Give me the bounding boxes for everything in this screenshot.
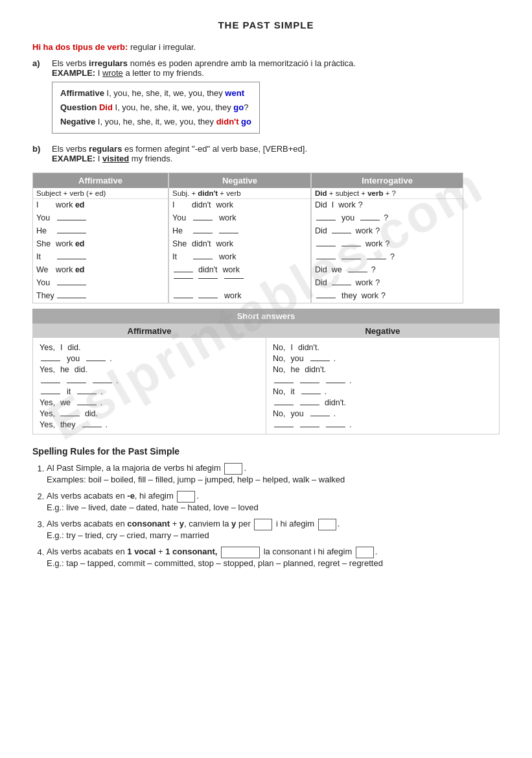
int-blank-3b [341, 246, 361, 246]
spell-box-2 [177, 491, 195, 503]
aff-row-4: It [33, 251, 168, 264]
box-line3: Negative I, you, he, she, it, we, you, t… [60, 115, 251, 129]
interrogative-subheader: Did + subject + verb + ? [312, 188, 463, 199]
short-neg-header: Negative [266, 324, 499, 338]
int-row-5: Didwe? [312, 264, 463, 277]
int-verb-7: work [362, 291, 378, 300]
negative-header: Negative [169, 173, 310, 188]
neg-blank-6b [198, 278, 218, 279]
short-aff-col: Affirmative Yes,Idid. you. Yes,hedid. . … [33, 324, 266, 434]
neg-blank-2a [193, 233, 213, 233]
short-answers-cols: Affirmative Yes,Idid. you. Yes,hedid. . … [33, 324, 499, 434]
int-verb-6: work [356, 278, 373, 287]
neg-row-0: Ididn'twork [169, 199, 310, 212]
neg-verb-3: work [216, 239, 233, 248]
int-verb-3: work [365, 239, 382, 248]
aff-subj-5: We [36, 265, 54, 274]
negative-subheader: Subj. + didn't + verb [169, 188, 310, 199]
example-wrote: wrote [102, 68, 123, 78]
neg-didnt-5: didn't [198, 265, 218, 274]
intro-highlight: Hi ha dos tipus de verb: [32, 42, 128, 52]
aff-row-1: You [33, 212, 168, 225]
a-bold: irregulars [89, 58, 128, 68]
affirmative-subheader: Subject + verb (+ ed) [33, 188, 168, 199]
sn-row-0: No,Ididn't. [273, 343, 492, 352]
box-line1: Affirmative I, you, he, she, it, we, you… [60, 86, 251, 101]
section-b-label: b) [32, 144, 52, 163]
int-did-2: Did [315, 226, 327, 235]
b-example-rest: my friends. [129, 154, 172, 163]
aff-row-3: Shework ed [33, 238, 168, 251]
int-blank-5a [348, 272, 367, 272]
spell-box-4b [356, 547, 374, 558]
neg-blank-1 [193, 220, 213, 220]
section-b-content: Els verbs regulars es formen afegint "-e… [52, 144, 307, 163]
sa-row-2: Yes,hedid. [40, 365, 259, 374]
int-blank-7a [316, 298, 336, 298]
sn-row-7: . [273, 420, 492, 429]
section-a-content: Els verbs irregulars només es poden apre… [52, 58, 356, 139]
neg-blank-2b [219, 233, 238, 233]
int-subj-0: I [332, 200, 334, 209]
neg-row-5: didn'twork [169, 264, 310, 277]
aff-verb-5: work ed [56, 265, 84, 274]
aff-subj-6: You [36, 278, 54, 287]
sn-row-1: No,you. [273, 354, 492, 363]
aff-blank-2 [57, 233, 86, 233]
spell-box-3a [254, 519, 272, 530]
spell-box-1 [224, 463, 242, 475]
section-b-text: Els verbs regulars es formen afegint "-e… [52, 144, 307, 154]
section-a-label: a) [32, 58, 52, 139]
int-row-3: work? [312, 238, 463, 251]
aff-verb-0: work ed [56, 200, 84, 209]
int-row-1: you? [312, 212, 463, 225]
int-subj-7: they [341, 291, 357, 300]
sa-row-1: you. [40, 354, 259, 363]
spell-box-4a [221, 547, 260, 558]
short-neg-col: Negative No,Ididn't. No,you. No,hedidn't… [266, 324, 499, 434]
sa-row-3: . [40, 376, 259, 385]
neg-subj-2: He [172, 226, 191, 235]
int-qmark-1: ? [384, 213, 388, 222]
int-subj-1: you [341, 213, 354, 222]
neg-verb-7: work [224, 291, 241, 300]
int-blank-3a [316, 246, 336, 246]
neg-verb-4: work [219, 252, 236, 261]
int-blank-1b [360, 220, 380, 220]
sn-row-4: No,it. [273, 387, 492, 396]
grammar-tables: Affirmative Subject + verb (+ ed) Iwork … [32, 172, 500, 303]
sn-row-6: No,you. [273, 409, 492, 418]
b-example-label: EXAMPLE: [52, 154, 95, 163]
neg-subj-3: She [172, 239, 191, 248]
neg-didnt-0: didn't [192, 200, 211, 209]
example-rest: a letter to my friends. [123, 68, 204, 78]
negative-col: Negative Subj. + didn't + verb Ididn'two… [168, 172, 311, 303]
neg-blank-6c [224, 278, 244, 279]
example-pre: I [98, 68, 102, 78]
int-row-0: DidIwork? [312, 199, 463, 212]
b-visited: visited [102, 154, 129, 163]
int-row-7: theywork? [312, 290, 463, 303]
neg-subj-0: I [172, 200, 191, 209]
neg-verb-5: work [223, 265, 240, 274]
example-a: EXAMPLE: I wrote a letter to my friends. [52, 68, 356, 78]
int-did-6: Did [315, 278, 327, 287]
neg-blank-7a [174, 298, 193, 298]
neg-row-7: work [169, 290, 310, 303]
b-text2: es formen afegint "-ed" al verb base, [V… [122, 144, 307, 154]
int-blank-4b [341, 259, 361, 259]
aff-row-2: He [33, 225, 168, 238]
page-title: THE PAST SIMPLE [32, 19, 500, 30]
neg-blank-6a [174, 278, 193, 279]
neg-verb-1: work [219, 213, 236, 222]
int-qmark-7: ? [381, 291, 386, 300]
affirmative-header: Affirmative [33, 173, 168, 188]
aff-blank-6 [57, 285, 86, 285]
spell-rule-4: Als verbs acabats en 1 vocal + 1 consona… [47, 547, 500, 568]
int-row-6: Didwork? [312, 277, 463, 290]
neg-row-3: Shedidn'twork [169, 238, 310, 251]
spelling-rules: Al Past Simple, a la majoria de verbs hi… [32, 463, 500, 568]
int-row-2: Didwork? [312, 225, 463, 238]
int-blank-4c [367, 259, 386, 259]
intro-rest: regular i irregular. [130, 42, 196, 52]
